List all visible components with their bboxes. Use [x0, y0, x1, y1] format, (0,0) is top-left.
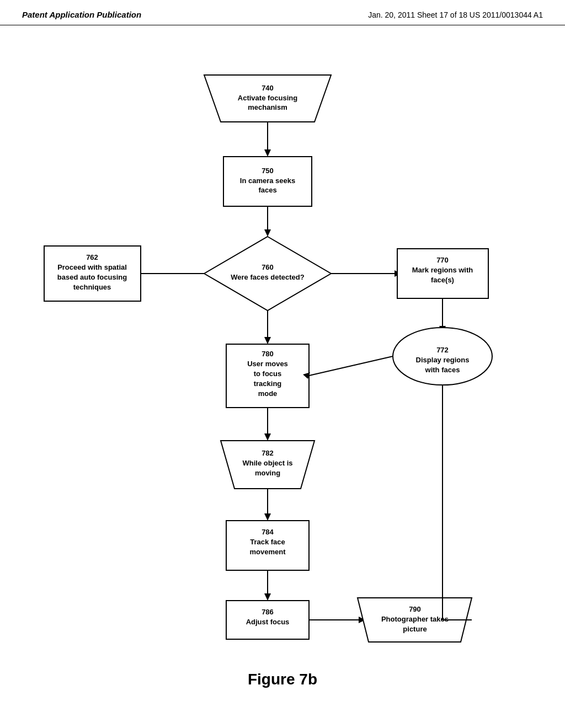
svg-text:face(s): face(s)	[431, 276, 454, 284]
svg-marker-33	[264, 513, 271, 521]
arrow-772-780	[309, 356, 393, 376]
svg-text:moving: moving	[255, 469, 280, 477]
svg-text:770: 770	[436, 256, 449, 264]
svg-marker-2	[264, 149, 271, 157]
svg-text:movement: movement	[249, 548, 286, 556]
svg-text:Activate focusing: Activate focusing	[238, 94, 297, 102]
svg-marker-29	[264, 433, 271, 441]
svg-text:772: 772	[436, 346, 449, 354]
page-header: Patent Application Publication Jan. 20, …	[0, 0, 565, 25]
node-740-text: 740	[262, 84, 274, 92]
svg-text:790: 790	[409, 605, 421, 613]
svg-text:mode: mode	[258, 389, 278, 398]
svg-text:760: 760	[262, 263, 274, 271]
svg-text:762: 762	[86, 253, 98, 261]
svg-marker-22	[264, 337, 271, 344]
figure-label: Figure 7b	[248, 671, 317, 688]
svg-text:User moves: User moves	[247, 360, 288, 368]
svg-text:mechanism: mechanism	[248, 103, 287, 111]
svg-text:786: 786	[262, 608, 274, 616]
svg-text:782: 782	[262, 449, 274, 457]
svg-text:picture: picture	[403, 625, 427, 633]
svg-text:to focus: to focus	[254, 370, 282, 378]
svg-text:based auto focusing: based auto focusing	[57, 273, 127, 281]
header-right-text: Jan. 20, 2011 Sheet 17 of 18 US 2011/001…	[368, 10, 543, 19]
svg-text:techniques: techniques	[73, 283, 111, 291]
svg-text:Mark regions with: Mark regions with	[412, 266, 473, 274]
svg-text:Were faces detected?: Were faces detected?	[231, 273, 304, 281]
svg-text:Adjust focus: Adjust focus	[246, 618, 290, 626]
flowchart-svg: 740 Activate focusing mechanism 750 In c…	[0, 25, 565, 665]
svg-text:Track face: Track face	[250, 538, 285, 546]
svg-text:780: 780	[262, 350, 274, 358]
svg-text:750: 750	[262, 167, 274, 175]
svg-text:tracking: tracking	[254, 379, 282, 388]
svg-text:While object is: While object is	[242, 459, 292, 467]
svg-text:faces: faces	[258, 186, 276, 194]
figure-label-container: Figure 7b	[0, 665, 565, 699]
svg-text:Display regions: Display regions	[416, 356, 470, 364]
diagram-area: 740 Activate focusing mechanism 750 In c…	[0, 25, 565, 665]
header-left-text: Patent Application Publication	[22, 10, 141, 19]
svg-text:Proceed with spatial: Proceed with spatial	[57, 263, 127, 271]
svg-text:Photographer takes: Photographer takes	[381, 615, 449, 623]
svg-marker-37	[264, 593, 271, 601]
svg-text:784: 784	[262, 528, 274, 536]
svg-marker-6	[264, 229, 271, 237]
svg-text:In camera seeks: In camera seeks	[240, 176, 295, 185]
svg-text:with faces: with faces	[425, 366, 460, 374]
